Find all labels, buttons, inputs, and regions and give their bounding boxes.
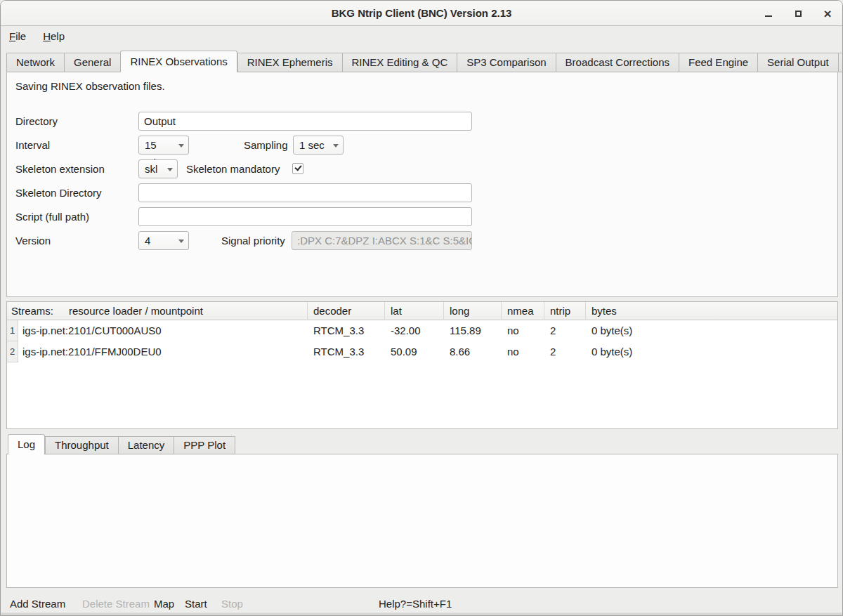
- skeleton-mandatory-label: Skeleton mandatory: [186, 159, 280, 178]
- chevron-down-icon: [178, 240, 184, 243]
- cell-nmea[interactable]: no: [502, 320, 544, 341]
- tab-outages-truncated[interactable]: Ou: [838, 53, 843, 72]
- close-button[interactable]: ×: [818, 4, 837, 22]
- signal-priority-input: :DPX C:7&DPZ I:ABCX S:1&C S:5&IQX: [292, 231, 472, 250]
- directory-input[interactable]: Output: [138, 112, 472, 131]
- row-number[interactable]: 1: [7, 320, 18, 341]
- tab-ppp-plot[interactable]: PPP Plot: [174, 436, 235, 454]
- top-tab-bar: Network General RINEX Observations RINEX…: [6, 51, 838, 72]
- column-header-decoder[interactable]: decoder: [308, 302, 385, 320]
- table-row[interactable]: 2 igs-ip.net:2101/FFMJ00DEU0 RTCM_3.3 50…: [7, 341, 837, 362]
- tab-rinex-observations[interactable]: RINEX Observations: [120, 51, 237, 72]
- chevron-down-icon: [167, 168, 173, 171]
- cell-lat[interactable]: -32.00: [385, 320, 444, 341]
- streams-table-header: Streams:resource loader / mountpoint dec…: [7, 302, 837, 320]
- script-input[interactable]: [138, 207, 472, 226]
- column-header-mountpoint[interactable]: Streams:resource loader / mountpoint: [7, 302, 308, 320]
- close-icon: ×: [823, 7, 831, 20]
- skeleton-extension-select[interactable]: skl: [138, 159, 178, 178]
- minimize-icon: [765, 15, 772, 17]
- minimize-button[interactable]: [759, 4, 778, 22]
- cell-long[interactable]: 115.89: [444, 320, 502, 341]
- add-stream-button[interactable]: Add Stream: [10, 594, 65, 613]
- menu-help-rest: elp: [51, 30, 65, 42]
- menu-file[interactable]: File: [9, 30, 26, 42]
- directory-row: Directory Output: [7, 112, 837, 131]
- tab-latency[interactable]: Latency: [118, 436, 174, 454]
- map-button[interactable]: Map: [154, 594, 174, 613]
- rinex-observations-panel: Saving RINEX observation files. Director…: [6, 72, 838, 297]
- streams-table: Streams:resource loader / mountpoint dec…: [6, 301, 838, 429]
- panel-description: Saving RINEX observation files.: [15, 80, 165, 92]
- tab-log[interactable]: Log: [8, 434, 45, 454]
- column-header-lat[interactable]: lat: [385, 302, 444, 320]
- signal-priority-label: Signal priority: [221, 231, 285, 250]
- interval-select[interactable]: 15 min: [138, 136, 189, 155]
- skeleton-extension-label: Skeleton extension: [15, 159, 105, 178]
- interval-label: Interval: [15, 136, 50, 155]
- skeleton-directory-input[interactable]: [138, 183, 472, 202]
- action-bar: Add Stream Delete Stream Map Start Stop …: [1, 594, 842, 613]
- window-title: BKG Ntrip Client (BNC) Version 2.13: [1, 1, 842, 26]
- cell-decoder[interactable]: RTCM_3.3: [308, 341, 385, 362]
- maximize-button[interactable]: [789, 4, 807, 22]
- tab-serial-output[interactable]: Serial Output: [757, 53, 838, 72]
- cell-nmea[interactable]: no: [502, 341, 544, 362]
- version-row: Version 4 Signal priority :DPX C:7&DPZ I…: [7, 231, 837, 250]
- sampling-label: Sampling: [244, 136, 288, 155]
- bottom-tab-bar: Log Throughput Latency PPP Plot: [8, 434, 235, 454]
- tab-general[interactable]: General: [64, 53, 120, 72]
- cell-lat[interactable]: 50.09: [385, 341, 444, 362]
- column-header-long[interactable]: long: [444, 302, 502, 320]
- stop-button[interactable]: Stop: [221, 594, 243, 613]
- window-controls: ×: [759, 1, 837, 26]
- tab-sp3-comparison[interactable]: SP3 Comparison: [457, 53, 555, 72]
- tab-throughput[interactable]: Throughput: [45, 436, 118, 454]
- delete-stream-button[interactable]: Delete Stream: [82, 594, 150, 613]
- chevron-down-icon: [178, 144, 184, 148]
- tab-rinex-ephemeris[interactable]: RINEX Ephemeris: [237, 53, 342, 72]
- skeleton-mandatory-checkbox[interactable]: [292, 163, 303, 174]
- sampling-value: 1 sec: [299, 139, 325, 151]
- cell-ntrip[interactable]: 2: [544, 320, 586, 341]
- column-header-bytes[interactable]: bytes: [586, 302, 837, 320]
- maximize-icon: [795, 11, 802, 17]
- tab-broadcast-corrections[interactable]: Broadcast Corrections: [556, 53, 679, 72]
- tab-feed-engine[interactable]: Feed Engine: [679, 53, 757, 72]
- cell-long[interactable]: 8.66: [444, 341, 502, 362]
- skeleton-directory-label: Skeleton Directory: [15, 183, 102, 202]
- skeleton-extension-row: Skeleton extension skl Skeleton mandator…: [7, 159, 837, 178]
- row-number[interactable]: 2: [7, 341, 18, 362]
- cell-bytes[interactable]: 0 byte(s): [586, 341, 837, 362]
- window-bottom-edge: [1, 612, 842, 615]
- directory-label: Directory: [15, 112, 58, 131]
- column-header-nmea[interactable]: nmea: [502, 302, 544, 320]
- menu-file-accel: F: [9, 30, 15, 42]
- sampling-select[interactable]: 1 sec: [293, 136, 344, 155]
- menu-bar: File Help: [1, 27, 842, 45]
- table-row[interactable]: 1 igs-ip.net:2101/CUT000AUS0 RTCM_3.3 -3…: [7, 320, 837, 341]
- version-value: 4: [145, 235, 150, 247]
- cell-decoder[interactable]: RTCM_3.3: [308, 320, 385, 341]
- version-select[interactable]: 4: [138, 231, 189, 250]
- tab-rinex-editing-qc[interactable]: RINEX Editing & QC: [342, 53, 457, 72]
- column-header-ntrip[interactable]: ntrip: [544, 302, 586, 320]
- app-window: BKG Ntrip Client (BNC) Version 2.13 × Fi…: [0, 0, 843, 616]
- cell-mountpoint[interactable]: igs-ip.net:2101/FFMJ00DEU0: [18, 341, 308, 362]
- cell-mountpoint[interactable]: igs-ip.net:2101/CUT000AUS0: [18, 320, 308, 341]
- skeleton-directory-row: Skeleton Directory: [7, 183, 837, 202]
- menu-help-accel: H: [43, 30, 51, 42]
- script-row: Script (full path): [7, 207, 837, 226]
- version-label: Version: [15, 231, 51, 250]
- start-button[interactable]: Start: [185, 594, 207, 613]
- streams-header-label: Streams:: [11, 305, 53, 317]
- menu-help[interactable]: Help: [43, 30, 65, 42]
- cell-ntrip[interactable]: 2: [544, 341, 586, 362]
- cell-bytes[interactable]: 0 byte(s): [586, 320, 837, 341]
- mountpoint-header-label: resource loader / mountpoint: [69, 305, 203, 317]
- chevron-down-icon: [333, 144, 339, 148]
- tab-network[interactable]: Network: [6, 53, 64, 72]
- help-shortcut-label: Help?=Shift+F1: [379, 594, 452, 613]
- interval-row: Interval 15 min Sampling 1 sec: [7, 136, 837, 155]
- title-bar: BKG Ntrip Client (BNC) Version 2.13 ×: [1, 1, 842, 26]
